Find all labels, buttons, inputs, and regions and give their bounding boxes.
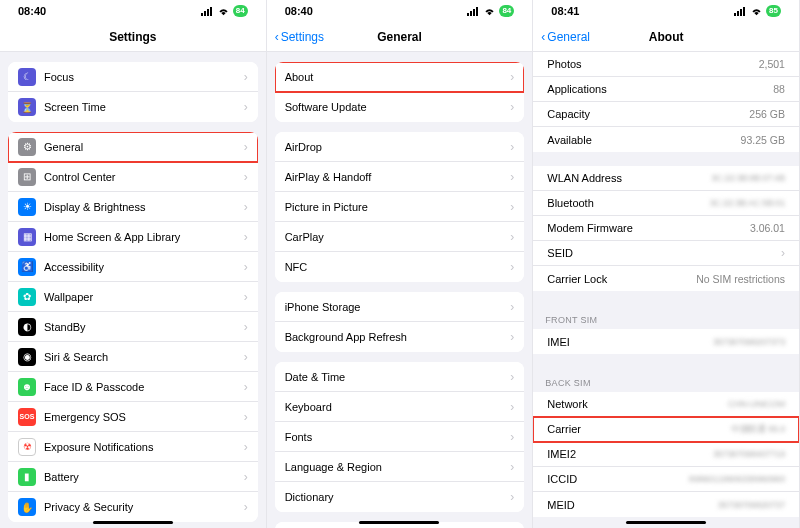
screentime-icon: ⏳ bbox=[18, 98, 36, 116]
row-label: ICCID bbox=[547, 473, 689, 485]
chevron-right-icon: › bbox=[510, 490, 514, 504]
row-exposure[interactable]: ☢ Exposure Notifications › bbox=[8, 432, 258, 462]
row-label: Applications bbox=[547, 83, 773, 95]
row-value: 3C:22:3B:AC:5B:01 bbox=[710, 198, 785, 208]
row-dictionary[interactable]: Dictionary› bbox=[275, 482, 525, 512]
row-keyboard[interactable]: Keyboard› bbox=[275, 392, 525, 422]
row-network[interactable]: NetworkCHN-UNICOM bbox=[533, 392, 799, 417]
row-applications[interactable]: Applications88 bbox=[533, 77, 799, 102]
back-label: General bbox=[547, 30, 590, 44]
row-iccid[interactable]: ICCID89860119906338960960 bbox=[533, 467, 799, 492]
status-bar: 08:41 85 bbox=[533, 0, 799, 22]
row-bluetooth[interactable]: Bluetooth3C:22:3B:AC:5B:01 bbox=[533, 191, 799, 216]
row-standby[interactable]: ◐ StandBy › bbox=[8, 312, 258, 342]
svg-rect-1 bbox=[204, 11, 206, 16]
row-value: 88 bbox=[773, 83, 785, 95]
row-label: Available bbox=[547, 134, 740, 146]
row-display[interactable]: ☀ Display & Brightness › bbox=[8, 192, 258, 222]
row-privacy[interactable]: ✋ Privacy & Security › bbox=[8, 492, 258, 522]
home-indicator[interactable] bbox=[359, 521, 439, 525]
home-indicator[interactable] bbox=[626, 521, 706, 525]
row-meid[interactable]: MEID35738709820737 bbox=[533, 492, 799, 517]
row-label: Battery bbox=[44, 471, 238, 483]
row-label: Language & Region bbox=[285, 461, 505, 473]
chevron-right-icon: › bbox=[244, 200, 248, 214]
row-label: Home Screen & App Library bbox=[44, 231, 238, 243]
row-about[interactable]: About › bbox=[275, 62, 525, 92]
status-time: 08:41 bbox=[551, 5, 579, 17]
row-label: Background App Refresh bbox=[285, 331, 505, 343]
row-nfc[interactable]: NFC› bbox=[275, 252, 525, 282]
row-language[interactable]: Language & Region› bbox=[275, 452, 525, 482]
section-back-sim: BACK SIM bbox=[533, 368, 799, 392]
row-sos[interactable]: SOS Emergency SOS › bbox=[8, 402, 258, 432]
row-label: Privacy & Security bbox=[44, 501, 238, 513]
row-fonts[interactable]: Fonts› bbox=[275, 422, 525, 452]
row-datetime[interactable]: Date & Time› bbox=[275, 362, 525, 392]
row-wallpaper[interactable]: ✿ Wallpaper › bbox=[8, 282, 258, 312]
svg-rect-6 bbox=[473, 9, 475, 16]
chevron-right-icon: › bbox=[244, 230, 248, 244]
chevron-right-icon: › bbox=[510, 260, 514, 274]
svg-rect-10 bbox=[740, 9, 742, 16]
row-label: Emergency SOS bbox=[44, 411, 238, 423]
row-pip[interactable]: Picture in Picture› bbox=[275, 192, 525, 222]
row-bgrefresh[interactable]: Background App Refresh› bbox=[275, 322, 525, 352]
nav-title: About bbox=[649, 30, 684, 44]
back-button[interactable]: ‹ General bbox=[541, 30, 590, 44]
general-list[interactable]: About › Software Update › AirDrop› AirPl… bbox=[267, 52, 533, 528]
row-value: 256 GB bbox=[749, 108, 785, 120]
row-screentime[interactable]: ⏳ Screen Time › bbox=[8, 92, 258, 122]
row-carrierlock[interactable]: Carrier LockNo SIM restrictions bbox=[533, 266, 799, 291]
row-storage[interactable]: iPhone Storage› bbox=[275, 292, 525, 322]
row-seid[interactable]: SEID› bbox=[533, 241, 799, 266]
row-value: CHN-UNICOM bbox=[728, 399, 785, 409]
row-focus[interactable]: ☾ Focus › bbox=[8, 62, 258, 92]
wifi-icon bbox=[217, 7, 230, 16]
row-imei2[interactable]: IMEI2357387098407719 bbox=[533, 442, 799, 467]
status-indicators: 85 bbox=[734, 5, 781, 17]
row-general[interactable]: ⚙ General › bbox=[8, 132, 258, 162]
chevron-right-icon: › bbox=[244, 320, 248, 334]
row-homescreen[interactable]: ▦ Home Screen & App Library › bbox=[8, 222, 258, 252]
row-battery[interactable]: ▮ Battery › bbox=[8, 462, 258, 492]
phone-settings: 08:40 84 Settings ☾ Focus › ⏳ Screen Tim… bbox=[0, 0, 267, 528]
row-label: Face ID & Passcode bbox=[44, 381, 238, 393]
settings-list[interactable]: ☾ Focus › ⏳ Screen Time › ⚙ General › ⊞ … bbox=[0, 52, 266, 528]
nav-bar: ‹ Settings General bbox=[267, 22, 533, 52]
row-siri[interactable]: ◉ Siri & Search › bbox=[8, 342, 258, 372]
chevron-right-icon: › bbox=[244, 470, 248, 484]
row-imei[interactable]: IMEI357387098207373 bbox=[533, 329, 799, 354]
status-bar: 08:40 84 bbox=[267, 0, 533, 22]
row-faceid[interactable]: ☻ Face ID & Passcode › bbox=[8, 372, 258, 402]
row-available[interactable]: Available93.25 GB bbox=[533, 127, 799, 152]
cellular-icon bbox=[734, 7, 747, 16]
nav-bar: Settings bbox=[0, 22, 266, 52]
row-label: NFC bbox=[285, 261, 505, 273]
back-button[interactable]: ‹ Settings bbox=[275, 30, 324, 44]
row-controlcenter[interactable]: ⊞ Control Center › bbox=[8, 162, 258, 192]
chevron-right-icon: › bbox=[510, 200, 514, 214]
row-softwareupdate[interactable]: Software Update › bbox=[275, 92, 525, 122]
row-label: IMEI2 bbox=[547, 448, 713, 460]
svg-rect-11 bbox=[743, 7, 745, 16]
faceid-icon: ☻ bbox=[18, 378, 36, 396]
row-capacity[interactable]: Capacity256 GB bbox=[533, 102, 799, 127]
row-airdrop[interactable]: AirDrop› bbox=[275, 132, 525, 162]
row-modem[interactable]: Modem Firmware3.06.01 bbox=[533, 216, 799, 241]
status-bar: 08:40 84 bbox=[0, 0, 266, 22]
row-carplay[interactable]: CarPlay› bbox=[275, 222, 525, 252]
row-wlan[interactable]: WLAN Address3C:22:3B:8B:07:4B bbox=[533, 166, 799, 191]
row-label: Bluetooth bbox=[547, 197, 710, 209]
home-indicator[interactable] bbox=[93, 521, 173, 525]
about-list[interactable]: Photos2,501 Applications88 Capacity256 G… bbox=[533, 52, 799, 528]
chevron-right-icon: › bbox=[510, 400, 514, 414]
row-photos[interactable]: Photos2,501 bbox=[533, 52, 799, 77]
row-airplay[interactable]: AirPlay & Handoff› bbox=[275, 162, 525, 192]
battery-icon: 84 bbox=[499, 5, 514, 17]
chevron-right-icon: › bbox=[244, 380, 248, 394]
row-value: 357387098407719 bbox=[713, 449, 785, 459]
row-label: Wallpaper bbox=[44, 291, 238, 303]
row-accessibility[interactable]: ♿ Accessibility › bbox=[8, 252, 258, 282]
row-carrier[interactable]: Carrier中国联通 55.0 bbox=[533, 417, 799, 442]
